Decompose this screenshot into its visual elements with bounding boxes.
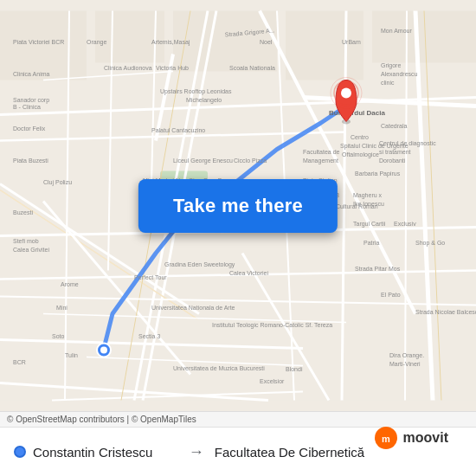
svg-text:Liceul George Enescu: Liceul George Enescu bbox=[173, 158, 233, 164]
svg-text:Barbaria Papirus: Barbaria Papirus bbox=[355, 170, 401, 177]
svg-text:Piata Buzesti: Piata Buzesti bbox=[13, 158, 48, 164]
svg-text:Sectia 3: Sectia 3 bbox=[138, 333, 160, 339]
destination-section: Facultatea De Cibernetică bbox=[215, 445, 379, 460]
take-me-there-button[interactable]: Take me there bbox=[138, 179, 338, 233]
svg-text:Bulevardul Dacia: Bulevardul Dacia bbox=[329, 109, 385, 117]
svg-text:Victoria Hub: Victoria Hub bbox=[156, 65, 189, 71]
svg-rect-4 bbox=[286, 11, 363, 80]
origin-dot bbox=[14, 446, 26, 458]
svg-text:Palatul Cantacuzino: Palatul Cantacuzino bbox=[151, 127, 205, 133]
svg-text:Sanador corp: Sanador corp bbox=[13, 97, 49, 104]
svg-text:Ike Ionescu: Ike Ionescu bbox=[353, 201, 384, 207]
svg-text:Calea Victoriei: Calea Victoriei bbox=[229, 270, 268, 276]
svg-text:Dorobanti: Dorobanti bbox=[379, 158, 406, 164]
svg-text:Blondi: Blondi bbox=[286, 366, 303, 372]
svg-text:Perfect Tour: Perfect Tour bbox=[134, 274, 167, 280]
svg-text:Tulin: Tulin bbox=[65, 352, 78, 358]
svg-text:Shop & Go: Shop & Go bbox=[415, 240, 445, 247]
svg-text:El Pato: El Pato bbox=[381, 292, 401, 298]
bottom-bar: Constantin Cristescu → Facultatea De Cib… bbox=[0, 427, 476, 476]
svg-text:Patria: Patria bbox=[363, 240, 379, 246]
svg-text:Artemis,Masaj: Artemis,Masaj bbox=[151, 39, 190, 46]
svg-point-80 bbox=[100, 347, 107, 354]
svg-text:Targul Cartii: Targul Cartii bbox=[353, 221, 386, 228]
attribution-text: © OpenStreetMap contributors | © OpenMap… bbox=[7, 415, 196, 424]
svg-text:Excelsior: Excelsior bbox=[260, 378, 285, 384]
svg-text:Facultatea de: Facultatea de bbox=[303, 149, 340, 155]
svg-text:Institutul Teologic Romano-Cat: Institutul Teologic Romano-Catolic Sf. T… bbox=[212, 322, 332, 329]
svg-text:Magheru x: Magheru x bbox=[353, 192, 383, 199]
button-overlay: Take me there bbox=[138, 179, 338, 233]
svg-text:Cicclo Pizza: Cicclo Pizza bbox=[234, 158, 267, 164]
svg-text:Management: Management bbox=[303, 158, 338, 164]
svg-text:Marti-Vineri: Marti-Vineri bbox=[389, 361, 421, 367]
svg-text:Alexandrescu: Alexandrescu bbox=[381, 71, 418, 77]
svg-text:Doctor Felix: Doctor Felix bbox=[13, 125, 46, 132]
svg-text:Arome: Arome bbox=[61, 281, 79, 287]
moovit-icon: m bbox=[374, 426, 398, 450]
svg-text:Mon Amour: Mon Amour bbox=[381, 28, 412, 34]
svg-text:Catedrala: Catedrala bbox=[381, 123, 407, 129]
destination-label: Facultatea De Cibernetică bbox=[215, 445, 364, 460]
svg-text:Orange: Orange bbox=[87, 39, 106, 46]
svg-point-76 bbox=[341, 88, 351, 99]
map-container: Strada Grigore A... Mon Amour Grigore Al… bbox=[0, 0, 476, 411]
svg-text:Dira Orange.: Dira Orange. bbox=[389, 352, 424, 359]
app: Strada Grigore A... Mon Amour Grigore Al… bbox=[0, 0, 476, 476]
svg-text:Michelangelo: Michelangelo bbox=[186, 97, 222, 104]
svg-text:Clinica Anima: Clinica Anima bbox=[13, 71, 50, 77]
svg-text:Grigore: Grigore bbox=[381, 62, 401, 69]
svg-text:B - Clinica: B - Clinica bbox=[13, 104, 41, 110]
svg-text:Buzesti: Buzesti bbox=[13, 209, 33, 215]
attribution-bar: © OpenStreetMap contributors | © OpenMap… bbox=[0, 411, 476, 427]
svg-text:UrBam: UrBam bbox=[342, 39, 361, 45]
direction-arrow: → bbox=[189, 443, 204, 461]
svg-text:Oftalmologice: Oftalmologice bbox=[342, 151, 379, 158]
svg-text:Mini: Mini bbox=[56, 305, 68, 311]
svg-text:Noel: Noel bbox=[260, 39, 273, 45]
svg-text:Gradina Eden Sweetology: Gradina Eden Sweetology bbox=[164, 261, 235, 268]
svg-text:m: m bbox=[382, 434, 390, 444]
moovit-logo: m moovit bbox=[374, 426, 448, 450]
moovit-text: moovit bbox=[403, 430, 448, 446]
arrow-section: → bbox=[178, 443, 215, 461]
svg-text:BCR: BCR bbox=[13, 359, 26, 365]
svg-text:Piata Victoriei BCR: Piata Victoriei BCR bbox=[13, 39, 64, 45]
svg-text:Calea Grivitei: Calea Grivitei bbox=[13, 247, 49, 253]
svg-text:Upstairs Rooftop Leonidas: Upstairs Rooftop Leonidas bbox=[160, 88, 232, 95]
svg-text:Strada Nicolae Balcescu: Strada Nicolae Balcescu bbox=[415, 309, 476, 315]
svg-text:Universitatea Nationala de Art: Universitatea Nationala de Arte bbox=[151, 305, 235, 311]
svg-text:Soto: Soto bbox=[52, 333, 65, 339]
svg-text:Clinica Audionova: Clinica Audionova bbox=[104, 65, 152, 71]
svg-text:Cluj Polizu: Cluj Polizu bbox=[43, 179, 72, 186]
origin-label: Constantin Cristescu bbox=[33, 445, 152, 460]
svg-text:Spitalul Clinic de Urgente: Spitalul Clinic de Urgente bbox=[340, 143, 408, 150]
svg-text:Scoala Nationala: Scoala Nationala bbox=[229, 65, 275, 71]
svg-text:si tratament: si tratament bbox=[379, 149, 411, 155]
svg-text:Exclusiv: Exclusiv bbox=[394, 221, 416, 227]
svg-rect-1 bbox=[0, 11, 87, 80]
svg-text:Strada Pitar Mos: Strada Pitar Mos bbox=[355, 266, 401, 272]
svg-text:Stefi mob: Stefi mob bbox=[13, 238, 39, 244]
svg-text:Centro: Centro bbox=[351, 134, 369, 140]
svg-text:Universitatea de Muzica Bucure: Universitatea de Muzica Bucuresti bbox=[173, 365, 265, 371]
origin-section: Constantin Cristescu bbox=[14, 445, 178, 460]
svg-text:clinic: clinic bbox=[381, 80, 395, 86]
